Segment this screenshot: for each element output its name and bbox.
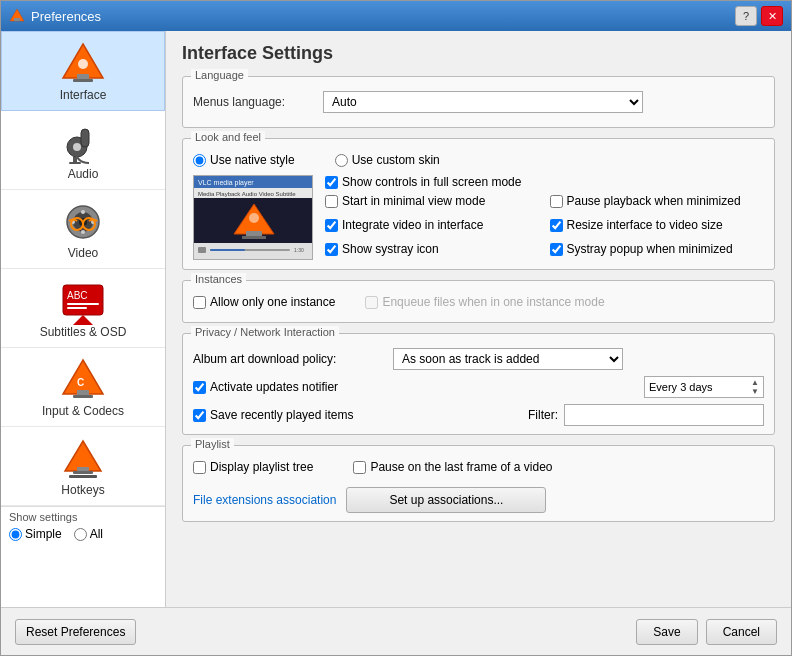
menus-language-select[interactable]: Auto English French bbox=[323, 91, 643, 113]
svg-rect-41 bbox=[242, 236, 266, 239]
titlebar-left: Preferences bbox=[9, 8, 101, 24]
native-style-option[interactable]: Use native style bbox=[193, 153, 295, 167]
svg-marker-30 bbox=[65, 441, 101, 471]
cb-integrate-input[interactable] bbox=[325, 219, 338, 232]
cb-systray-popup-label: Systray popup when minimized bbox=[567, 242, 733, 256]
svg-point-5 bbox=[78, 59, 88, 69]
svg-text:C: C bbox=[77, 377, 84, 388]
cb-minimal: Start in minimal view mode bbox=[325, 194, 540, 208]
audio-icon bbox=[59, 119, 107, 167]
svg-text:ABC: ABC bbox=[67, 290, 88, 301]
language-group-title: Language bbox=[191, 69, 248, 81]
cb-enqueue-input[interactable] bbox=[365, 296, 378, 309]
sidebar-audio-label: Audio bbox=[68, 167, 99, 181]
updates-checkbox-group: Activate updates notifier bbox=[193, 380, 393, 394]
reset-preferences-button[interactable]: Reset Preferences bbox=[15, 619, 136, 645]
filter-input[interactable] bbox=[564, 404, 764, 426]
sidebar-item-subtitles[interactable]: ABC Subtitles & OSD bbox=[1, 269, 165, 348]
sidebar-interface-label: Interface bbox=[60, 88, 107, 102]
bottom-left: Reset Preferences bbox=[15, 619, 136, 645]
cb-one-instance-label: Allow only one instance bbox=[210, 295, 335, 309]
svg-point-14 bbox=[81, 210, 85, 214]
save-recently-group: Save recently played items bbox=[193, 408, 393, 422]
show-settings-all[interactable]: All bbox=[74, 527, 103, 541]
sidebar-item-hotkeys[interactable]: Hotkeys bbox=[1, 427, 165, 506]
cb-systray-input[interactable] bbox=[325, 243, 338, 256]
updates-row: Activate updates notifier Every 3 days ▲… bbox=[193, 376, 764, 398]
cb-one-instance-input[interactable] bbox=[193, 296, 206, 309]
sidebar-item-audio[interactable]: Audio bbox=[1, 111, 165, 190]
cb-pause-minimized: Pause playback when minimized bbox=[550, 194, 765, 208]
svg-rect-7 bbox=[81, 129, 89, 147]
cb-resize-input[interactable] bbox=[550, 219, 563, 232]
show-settings-title: Show settings bbox=[9, 511, 157, 523]
playlist-group: Playlist Display playlist tree Pause on … bbox=[182, 445, 775, 522]
vlc-preview: VLC media player Media Playback Audio Vi… bbox=[193, 175, 313, 260]
show-settings-simple[interactable]: Simple bbox=[9, 527, 62, 541]
svg-point-42 bbox=[249, 213, 259, 223]
updates-spinbox-container: Every 3 days ▲ ▼ bbox=[644, 376, 764, 398]
language-group: Language Menus language: Auto English Fr… bbox=[182, 76, 775, 128]
menus-language-row: Menus language: Auto English French bbox=[193, 91, 764, 113]
look-feel-group: Look and feel Use native style Use custo… bbox=[182, 138, 775, 270]
cb-systray-label: Show systray icon bbox=[342, 242, 439, 256]
native-style-radio[interactable] bbox=[193, 154, 206, 167]
sidebar-item-interface[interactable]: Interface bbox=[1, 31, 165, 111]
album-art-select[interactable]: As soon as track is added Never In cache… bbox=[393, 348, 623, 370]
close-button[interactable]: ✕ bbox=[761, 6, 783, 26]
svg-rect-1 bbox=[14, 18, 20, 21]
cb-updates-input[interactable] bbox=[193, 381, 206, 394]
cb-pause-last-frame: Pause on the last frame of a video bbox=[353, 460, 552, 474]
svg-rect-33 bbox=[69, 475, 97, 478]
cb-pause-last-frame-input[interactable] bbox=[353, 461, 366, 474]
cb-minimal-input[interactable] bbox=[325, 195, 338, 208]
svg-rect-28 bbox=[73, 395, 93, 398]
cb-pause-minimized-input[interactable] bbox=[550, 195, 563, 208]
album-art-label: Album art download policy: bbox=[193, 352, 393, 366]
checkboxes-area: Show controls in full screen mode Start … bbox=[325, 175, 764, 261]
cb-integrate: Integrate video in interface bbox=[325, 218, 540, 232]
updates-spinbox[interactable]: Every 3 days ▲ ▼ bbox=[644, 376, 764, 398]
svg-rect-4 bbox=[73, 79, 93, 82]
album-art-row: Album art download policy: As soon as tr… bbox=[193, 348, 764, 370]
custom-skin-label: Use custom skin bbox=[352, 153, 440, 167]
input-codecs-icon: C bbox=[59, 356, 107, 404]
privacy-group: Privacy / Network Interaction Album art … bbox=[182, 333, 775, 435]
svg-text:1:30: 1:30 bbox=[294, 247, 304, 253]
spinbox-up[interactable]: ▲ bbox=[751, 378, 759, 387]
vlc-preview-svg: VLC media player Media Playback Audio Vi… bbox=[194, 176, 313, 260]
cb-fullscreen-input[interactable] bbox=[325, 176, 338, 189]
cb-systray-popup-input[interactable] bbox=[550, 243, 563, 256]
cb-save-recently-input[interactable] bbox=[193, 409, 206, 422]
custom-skin-option[interactable]: Use custom skin bbox=[335, 153, 440, 167]
page-title: Interface Settings bbox=[182, 43, 775, 64]
show-settings-group: Show settings Simple All bbox=[1, 506, 165, 547]
save-button[interactable]: Save bbox=[636, 619, 697, 645]
main-content: Interface Settings Language Menus langua… bbox=[166, 31, 791, 607]
show-settings-all-radio[interactable] bbox=[74, 528, 87, 541]
spinbox-down[interactable]: ▼ bbox=[751, 387, 759, 396]
spinbox-arrows: ▲ ▼ bbox=[751, 378, 759, 396]
look-feel-title: Look and feel bbox=[191, 131, 265, 143]
cb-one-instance: Allow only one instance bbox=[193, 295, 335, 309]
cancel-button[interactable]: Cancel bbox=[706, 619, 777, 645]
custom-skin-radio[interactable] bbox=[335, 154, 348, 167]
svg-point-15 bbox=[81, 230, 85, 234]
instances-content: Allow only one instance Enqueue files wh… bbox=[193, 295, 764, 314]
sidebar-item-video[interactable]: Video bbox=[1, 190, 165, 269]
sidebar-item-input[interactable]: C Input & Codecs bbox=[1, 348, 165, 427]
filter-label: Filter: bbox=[528, 408, 558, 422]
cb-systray-popup: Systray popup when minimized bbox=[550, 242, 765, 256]
save-filter-row: Save recently played items Filter: bbox=[193, 404, 764, 426]
two-col-checkboxes: Start in minimal view mode Pause playbac… bbox=[325, 194, 764, 261]
native-style-label: Use native style bbox=[210, 153, 295, 167]
show-settings-simple-radio[interactable] bbox=[9, 528, 22, 541]
cb-pause-minimized-label: Pause playback when minimized bbox=[567, 194, 741, 208]
cb-playlist-tree-input[interactable] bbox=[193, 461, 206, 474]
preferences-window: Preferences ? ✕ Interface bbox=[0, 0, 792, 656]
help-button[interactable]: ? bbox=[735, 6, 757, 26]
sidebar-input-label: Input & Codecs bbox=[42, 404, 124, 418]
setup-associations-button[interactable]: Set up associations... bbox=[346, 487, 546, 513]
window-content: Interface Audio bbox=[1, 31, 791, 607]
svg-rect-40 bbox=[246, 231, 262, 236]
